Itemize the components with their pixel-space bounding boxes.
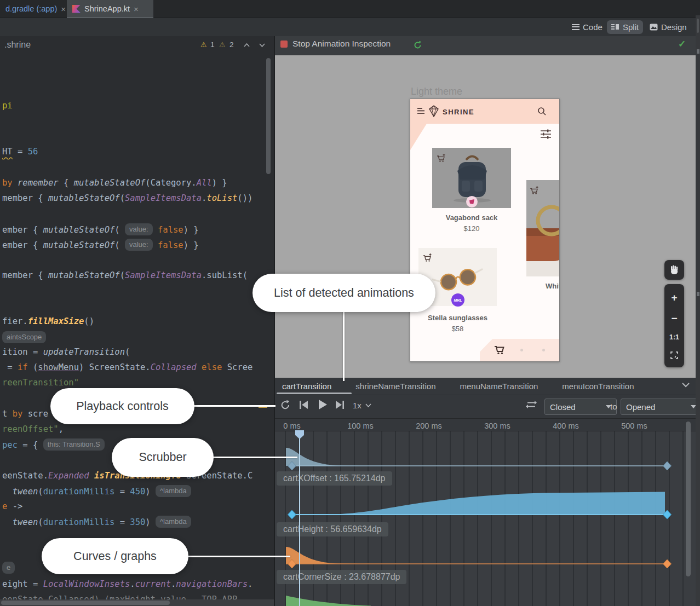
code-line: member { mutableStateOf(SampleItemsData.… (2, 192, 253, 204)
timeline-vertical-scrollbar[interactable] (686, 422, 691, 576)
cart-dot (520, 349, 523, 351)
product-image-belt (526, 180, 559, 276)
search-icon (537, 107, 547, 116)
animation-preview-panel: cartTransitionshrineNameTransitionmenuNa… (275, 378, 700, 606)
preview-theme-label: Light theme (411, 86, 462, 97)
prev-issue-chevron-icon[interactable] (243, 43, 250, 48)
cart-icon (494, 344, 505, 355)
warning-count: 1 (210, 41, 215, 49)
code-editor[interactable]: piHT = 56by remember { mutableStateOf(Ca… (0, 55, 274, 599)
code-line: t by scre (2, 408, 48, 420)
view-mode-split[interactable]: Split (607, 20, 643, 34)
product-price: $58 (418, 325, 497, 333)
loading-badge (466, 196, 478, 207)
product-name: Vagabond sack (432, 213, 511, 222)
callout-curves: Curves / graphs (42, 538, 188, 574)
filter-tune-icon (541, 129, 552, 139)
callout-connector (187, 556, 290, 557)
build-success-check-icon: ✓ (678, 38, 686, 50)
code-line: aintsScope (2, 331, 46, 344)
add-to-cart-icon (437, 153, 446, 163)
view-mode-design[interactable]: Design (645, 20, 691, 34)
product-image-vagabond-sack (432, 148, 511, 208)
android-studio-window: d.gradle (:app) × ShrineApp.kt × Code Sp… (0, 0, 700, 606)
stop-label: Stop Animation Inspection (292, 39, 391, 49)
zoom-out-button[interactable]: − (671, 313, 677, 324)
menu-icon (417, 108, 425, 114)
weak-warning-icon[interactable]: ⚠ (219, 41, 226, 49)
close-icon[interactable]: × (61, 5, 66, 13)
add-to-cart-icon (530, 186, 540, 195)
shrine-cart-bar (480, 339, 559, 361)
code-line: fier.fillMaxSize() (2, 315, 94, 327)
stop-animation-inspection-button[interactable]: Stop Animation Inspection (280, 39, 391, 49)
code-line: tween(durationMillis = 450) ^lambda (2, 485, 191, 498)
zoom-controls: + − 1:1 (664, 284, 684, 367)
code-lines-icon (572, 24, 579, 30)
shrine-top-bar: SHRINE (410, 99, 559, 124)
code-line: member { mutableStateOf(SampleItemsData.… (2, 269, 248, 281)
animation-inspection-toolbar: Stop Animation Inspection ✓ (275, 36, 700, 55)
curve-value-chip: cartXOffset : 165.75214dp (277, 471, 392, 486)
code-line: reenTransition" (2, 377, 79, 389)
right-edge-panel-strip (696, 15, 700, 606)
code-line: pec = { this: Transition.S (2, 438, 105, 451)
view-mode-label: Split (623, 22, 639, 32)
zoom-in-button[interactable]: + (671, 292, 677, 303)
refresh-icon[interactable] (413, 41, 422, 50)
code-line: e -> (2, 500, 22, 512)
view-mode-label: Code (583, 22, 603, 32)
next-issue-chevron-icon[interactable] (259, 43, 266, 48)
scrubber-line (299, 430, 300, 606)
callout-connector (213, 457, 297, 458)
editor-vertical-scrollbar[interactable] (266, 58, 271, 174)
callout-connector (193, 405, 276, 407)
curve-value-chip: cartHeight : 56.659634dp (277, 522, 388, 536)
add-to-cart-icon (423, 253, 433, 262)
code-line: e (2, 562, 15, 574)
split-view-icon (611, 24, 619, 31)
product-price: $120 (432, 224, 511, 233)
editor-tab-shrineapp[interactable]: ShrineApp.kt × (67, 0, 153, 19)
pan-tool-button[interactable] (664, 260, 684, 280)
product-name: Whit (546, 282, 560, 290)
shrine-brand: SHRINE (443, 108, 474, 116)
design-view-icon (650, 24, 658, 31)
callout-connector (343, 311, 345, 381)
zoom-to-fit-icon[interactable] (670, 351, 678, 359)
breadcrumb[interactable]: .shrine (4, 40, 31, 50)
code-line: = if (showMenu) ScreenState.Collapsed el… (2, 361, 253, 373)
code-line: tween(durationMillis = 350) ^lambda (2, 516, 191, 528)
design-canvas: Light theme SHRINE (275, 55, 700, 378)
cart-dot (542, 349, 545, 351)
code-line: ember { mutableStateOf( value: false) } (2, 223, 199, 236)
callout-playback-controls: Playback controls (50, 388, 194, 424)
kotlin-file-icon (72, 5, 81, 13)
code-line: ition = updateTransition( (2, 346, 130, 358)
code-line: eenState Collapsed) (maxHeight value TOP… (2, 593, 237, 599)
view-mode-label: Design (661, 22, 687, 32)
view-mode-code[interactable]: Code (567, 20, 607, 34)
warning-icon[interactable]: ⚠ (200, 41, 207, 49)
mrl-badge: MRL (451, 293, 464, 307)
curve-value-chip: cartCornerSize : 23.678877dp (277, 570, 406, 584)
editor-tab-label: d.gradle (:app) (5, 4, 57, 13)
code-line: eight = LocalWindowInsets.current.naviga… (2, 578, 253, 590)
callout-scrubber: Scrubber (112, 438, 214, 477)
code-line: by remember { mutableStateOf(Category.Al… (2, 177, 227, 189)
close-icon[interactable]: × (134, 5, 139, 13)
breadcrumb-bar: .shrine ⚠ 1 ⚠ 2 (0, 36, 274, 55)
code-line: reenOffset", (2, 423, 64, 435)
code-line: HT = 56 (2, 146, 38, 158)
zoom-actual-button[interactable]: 1:1 (669, 333, 679, 341)
callout-animations-list: List of detected animations (253, 274, 435, 312)
code-line: pi (2, 100, 13, 112)
hand-icon (669, 264, 680, 275)
editor-horizontal-scrollbar[interactable] (1, 601, 170, 605)
editor-tab-bar: d.gradle (:app) × ShrineApp.kt × (0, 0, 700, 18)
weak-warning-count: 2 (229, 41, 234, 49)
product-name: Stella sunglasses (418, 314, 497, 322)
editor-tab-gradle[interactable]: d.gradle (:app) × (0, 0, 76, 18)
shrine-diamond-logo-icon (428, 105, 439, 117)
editor-hscroll-track (0, 599, 274, 606)
